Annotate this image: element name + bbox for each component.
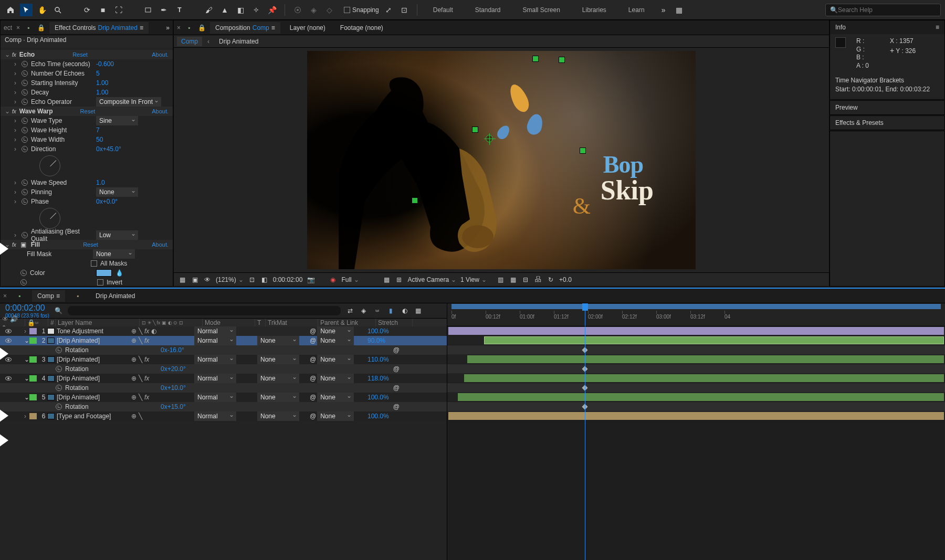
blend-mode-dropdown[interactable]: Normal xyxy=(194,374,236,383)
stopwatch-icon[interactable] xyxy=(56,385,62,391)
transform-handle[interactable] xyxy=(472,127,478,132)
blend-mode-dropdown[interactable]: Normal xyxy=(194,411,236,421)
stretch-value[interactable]: 100.0% xyxy=(368,413,389,420)
about-link[interactable]: About. xyxy=(152,241,169,248)
prop-value[interactable]: 1.0 xyxy=(96,179,105,186)
snap-edge-icon[interactable]: ⤢ xyxy=(382,4,395,16)
property-track[interactable] xyxy=(447,345,945,355)
pixel-aspect-icon[interactable]: ▥ xyxy=(496,276,505,284)
work-area-bar[interactable] xyxy=(452,304,941,309)
effect-echo[interactable]: ⌄fx Echo Reset About. xyxy=(1,50,173,59)
stopwatch-icon[interactable] xyxy=(56,366,62,372)
prop-value[interactable]: -0.600 xyxy=(96,60,114,68)
parent-dropdown[interactable]: None xyxy=(317,355,354,364)
fast-draft-icon[interactable]: ▦ xyxy=(509,276,517,284)
stopwatch-icon[interactable] xyxy=(22,80,28,86)
stopwatch-icon[interactable] xyxy=(22,232,28,238)
resolution-dropdown[interactable]: Full xyxy=(341,276,378,283)
time-ruler[interactable]: 0f00:12f01:00f01:12f02:00f02:12f03:00f03… xyxy=(447,303,945,326)
stopwatch-icon[interactable] xyxy=(22,89,28,96)
tab-layer[interactable]: Layer (none) xyxy=(285,22,331,34)
rotation-value[interactable]: 0x+10.0° xyxy=(161,384,186,392)
transform-handle[interactable] xyxy=(533,56,538,61)
graph-editor-icon[interactable]: ▦ xyxy=(414,307,423,315)
timeline-search-input[interactable] xyxy=(68,306,341,315)
exposure-value[interactable]: +0.0 xyxy=(559,276,572,283)
prop-value[interactable]: 0x+0.0° xyxy=(96,198,118,205)
reset-button[interactable]: Reset xyxy=(83,241,98,248)
stretch-value[interactable]: 118.0% xyxy=(368,375,389,382)
stopwatch-icon[interactable] xyxy=(22,118,28,124)
color-swatch[interactable] xyxy=(96,269,112,277)
about-link[interactable]: About. xyxy=(152,51,169,58)
prop-dropdown[interactable]: Low xyxy=(96,230,138,240)
stopwatch-icon[interactable] xyxy=(56,347,62,353)
res-down-icon[interactable]: ⊡ xyxy=(248,276,256,284)
effect-wave-warp[interactable]: ⌄fx Wave Warp Reset About. xyxy=(1,107,173,116)
invert-checkbox[interactable] xyxy=(97,279,103,286)
panel-menu-icon[interactable]: ≡ xyxy=(140,24,143,31)
comp-subtab-comp[interactable]: Comp xyxy=(177,37,202,46)
camera-tool-icon[interactable]: ■ xyxy=(97,4,109,16)
parent-dropdown[interactable]: None xyxy=(317,336,354,345)
expression-pickwhip-icon[interactable]: @ xyxy=(393,403,400,410)
layer-bar[interactable] xyxy=(484,336,944,344)
trkmat-dropdown[interactable]: None xyxy=(257,393,299,402)
stopwatch-icon[interactable] xyxy=(22,61,28,67)
prop-value[interactable]: 1.00 xyxy=(96,79,108,87)
tab-close-icon[interactable]: × xyxy=(3,292,7,300)
all-masks-checkbox[interactable] xyxy=(91,260,97,267)
comp-mini-flowchart-icon[interactable]: ⇄ xyxy=(346,307,354,315)
pan-behind-tool-icon[interactable]: ⛶ xyxy=(112,4,125,16)
parent-dropdown[interactable]: None xyxy=(317,393,354,402)
prop-dropdown[interactable]: None xyxy=(96,187,138,197)
label-color-swatch[interactable] xyxy=(29,337,37,344)
channel-icon[interactable]: ◉ xyxy=(329,276,337,284)
current-time[interactable]: 0:00:02:00 xyxy=(273,276,303,283)
eraser-tool-icon[interactable]: ◧ xyxy=(234,4,247,16)
pickwhip-icon[interactable]: @ xyxy=(310,327,316,335)
label-color-swatch[interactable] xyxy=(29,375,37,382)
hand-tool-icon[interactable]: ✋ xyxy=(36,4,48,16)
tab-comp-timeline[interactable]: Comp ≡ xyxy=(32,290,65,302)
roi-icon[interactable]: ◧ xyxy=(260,276,269,284)
prop-value[interactable]: 0x+45.0° xyxy=(96,145,121,153)
views-dropdown[interactable]: 1 View xyxy=(460,276,492,283)
rotation-value[interactable]: 0x-16.0° xyxy=(161,346,184,354)
workspace-default[interactable]: Default xyxy=(424,6,463,14)
eyedropper-icon[interactable]: 💧 xyxy=(115,269,123,277)
shy-icon[interactable]: ⎃ xyxy=(373,307,382,315)
comp-canvas[interactable]: Bop Skip & xyxy=(307,51,696,269)
roto-tool-icon[interactable]: ✧ xyxy=(250,4,262,16)
layer-bar[interactable] xyxy=(464,374,944,382)
guides-icon[interactable]: ⊞ xyxy=(395,276,403,284)
prop-value[interactable]: 1.00 xyxy=(96,89,108,96)
track-row[interactable] xyxy=(447,411,945,421)
property-row[interactable]: Rotation 0x+20.0° @ xyxy=(0,364,447,374)
snapshot-icon[interactable]: 📷 xyxy=(307,276,315,284)
cti-line[interactable] xyxy=(585,326,585,560)
layer-bar[interactable] xyxy=(448,412,944,420)
lock-icon[interactable]: 🔒 xyxy=(197,24,206,32)
prop-dropdown[interactable]: Composite In Front xyxy=(96,97,161,107)
prop-dropdown[interactable]: Sine xyxy=(96,116,138,125)
flowchart-icon[interactable]: 品 xyxy=(534,276,542,284)
stretch-value[interactable]: 110.0% xyxy=(368,356,389,363)
layer-bar[interactable] xyxy=(448,327,944,335)
always-preview-icon[interactable]: ▦ xyxy=(178,276,186,284)
panel-menu-icon[interactable]: ≡ xyxy=(271,24,275,31)
visibility-icon[interactable] xyxy=(5,329,12,333)
puppet-tool-icon[interactable]: 📌 xyxy=(266,4,278,16)
draft-3d-icon[interactable]: ◈ xyxy=(360,307,368,315)
transform-handle[interactable] xyxy=(580,148,585,153)
stopwatch-icon[interactable] xyxy=(22,189,28,195)
visibility-icon[interactable] xyxy=(5,339,12,343)
stopwatch-icon[interactable] xyxy=(56,404,62,410)
panel-toggle-icon[interactable]: ▦ xyxy=(673,4,686,16)
zoom-dropdown[interactable]: (121%) xyxy=(216,276,244,283)
stretch-value[interactable]: 100.0% xyxy=(368,327,389,335)
stopwatch-icon[interactable] xyxy=(20,279,27,286)
preview-panel[interactable]: Preview xyxy=(830,100,945,115)
layer-bar[interactable] xyxy=(467,355,944,363)
pickwhip-icon[interactable]: @ xyxy=(310,375,316,382)
